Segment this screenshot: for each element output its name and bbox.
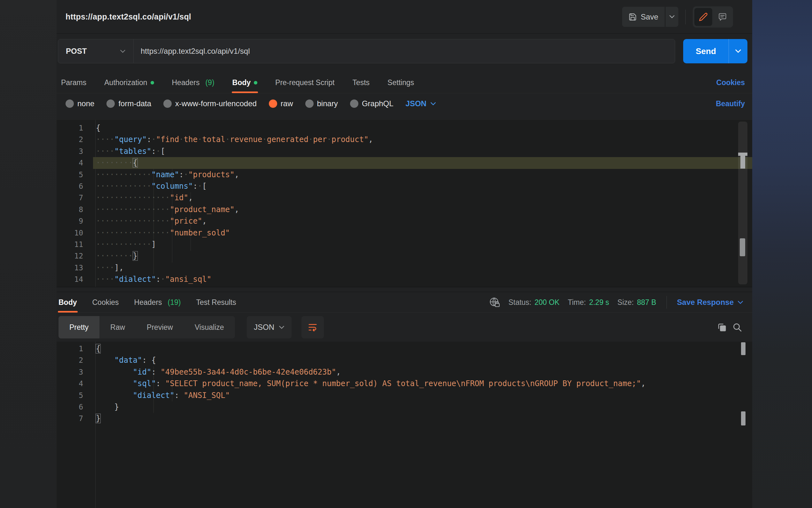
radio-label: form-data: [118, 99, 151, 108]
tab-settings[interactable]: Settings: [387, 72, 414, 93]
wallpaper-right: [752, 0, 812, 508]
chevron-down-icon: [735, 49, 742, 53]
pencil-icon: [699, 12, 708, 22]
response-language-dropdown[interactable]: JSON: [247, 316, 292, 338]
titlebar-actions: Save: [622, 0, 733, 34]
search-response-button[interactable]: [730, 321, 744, 334]
body-type-radio-raw[interactable]: raw: [269, 99, 293, 108]
body-type-radio-none[interactable]: none: [65, 99, 94, 108]
request-code-lines: 1{2····"query":·"find·the·total·revenue·…: [57, 122, 752, 285]
code-line: 11············]: [57, 239, 752, 250]
request-body-editor[interactable]: 1{2····"query":·"find·the·total·revenue·…: [57, 120, 752, 287]
code-line: 8················"product_name",: [57, 204, 752, 215]
tab-label: Headers: [172, 78, 200, 87]
body-type-radio-form-data[interactable]: form-data: [106, 99, 151, 108]
comments-button[interactable]: [714, 8, 731, 26]
code-line: 1{: [57, 122, 752, 134]
cookies-link[interactable]: Cookies: [716, 78, 745, 87]
comment-icon: [718, 12, 727, 22]
request-language-dropdown[interactable]: JSON: [406, 99, 436, 108]
chevron-down-icon: [430, 102, 436, 105]
line-number: 14: [57, 273, 83, 285]
api-client-window: https://app.text2sql.co/api/v1/sql Save: [57, 0, 752, 508]
view-tab-preview[interactable]: Preview: [136, 316, 184, 338]
size-label: Size:: [617, 298, 634, 307]
code-line: 4········{: [57, 157, 752, 169]
radio-label: none: [77, 99, 94, 108]
method-dropdown[interactable]: POST: [58, 39, 134, 63]
line-number: 6: [57, 180, 83, 192]
radio-label: GraphQL: [362, 99, 393, 108]
line-number: 3: [57, 145, 83, 157]
radio-dot-icon: [269, 99, 277, 108]
tab-label: Params: [61, 78, 86, 87]
send-button[interactable]: Send: [683, 39, 729, 64]
radio-dot-icon: [65, 99, 74, 108]
tab-label: Tests: [352, 78, 370, 87]
url-input[interactable]: https://app.text2sql.co/api/v1/sql: [134, 39, 675, 63]
line-number: 1: [57, 122, 83, 134]
tab-pre-request-script[interactable]: Pre-request Script: [275, 72, 334, 93]
beautify-link[interactable]: Beautify: [716, 99, 745, 108]
line-number: 5: [57, 169, 83, 180]
network-secure-icon[interactable]: [489, 297, 500, 308]
code-line: 3····"tables":·[: [57, 145, 752, 157]
code-line: 9················"price",: [57, 215, 752, 227]
status-value: 200 OK: [534, 298, 560, 307]
body-type-radio-binary[interactable]: binary: [305, 99, 338, 108]
save-response-label: Save Response: [677, 298, 734, 307]
response-body-viewer[interactable]: 1{2 "data": {3 "id": "49bee55b-3a44-4d0c…: [57, 342, 752, 508]
response-tab-test-results[interactable]: Test Results: [196, 292, 236, 312]
radio-label: raw: [281, 99, 293, 108]
radio-label: binary: [317, 99, 338, 108]
save-button[interactable]: Save: [622, 7, 665, 27]
tab-label: Pre-request Script: [275, 78, 334, 87]
request-titlebar: https://app.text2sql.co/api/v1/sql Save: [57, 0, 752, 34]
wrap-lines-button[interactable]: [301, 316, 324, 338]
response-header: Body Cookies Headers (19) Test Results: [57, 292, 752, 313]
body-type-radio-x-www-form-urlencoded[interactable]: x-www-form-urlencoded: [163, 99, 257, 108]
save-options-caret[interactable]: [666, 7, 678, 27]
code-line: 12········}: [57, 250, 752, 262]
tab-headers[interactable]: Headers (9): [172, 72, 214, 93]
titlebar-divider: [685, 10, 686, 24]
code-line: 10················"number_sold": [57, 227, 752, 239]
response-tab-headers[interactable]: Headers (19): [134, 292, 181, 312]
scrollbar-thumb[interactable]: [740, 238, 745, 256]
tab-params[interactable]: Params: [61, 72, 86, 93]
edit-mode-button[interactable]: [695, 8, 712, 26]
response-tab-body[interactable]: Body: [58, 292, 77, 312]
view-tab-pretty[interactable]: Pretty: [58, 316, 99, 338]
tab-body[interactable]: Body: [232, 72, 258, 93]
tab-label: Cookies: [92, 298, 119, 307]
language-label: JSON: [254, 323, 274, 332]
url-box: POST https://app.text2sql.co/api/v1/sql: [58, 39, 675, 64]
response-tab-cookies[interactable]: Cookies: [92, 292, 119, 312]
tab-label: Settings: [387, 78, 414, 87]
response-code-lines: 1{2 "data": {3 "id": "49bee55b-3a44-4d0c…: [57, 343, 752, 424]
copy-response-button[interactable]: [715, 321, 728, 334]
size-value: 887 B: [637, 298, 656, 307]
view-tab-raw[interactable]: Raw: [99, 316, 136, 338]
chevron-down-icon: [737, 301, 743, 304]
request-tabs: Params Authorization Headers (9) Body Pr…: [57, 72, 752, 93]
tab-label: Body: [58, 298, 77, 307]
edit-comment-toggle: [693, 6, 733, 28]
tab-label: Headers: [134, 298, 162, 307]
send-options-caret[interactable]: [729, 39, 748, 64]
line-number: 2: [57, 354, 83, 366]
save-icon: [628, 13, 637, 21]
request-editor-scrollbar[interactable]: [738, 122, 748, 284]
desktop: https://app.text2sql.co/api/v1/sql Save: [0, 0, 812, 508]
line-number: 5: [57, 390, 83, 401]
radio-dot-icon: [106, 99, 115, 108]
line-number: 10: [57, 227, 83, 239]
line-number: 4: [57, 378, 83, 389]
tab-authorization[interactable]: Authorization: [104, 72, 154, 93]
body-type-radio-GraphQL[interactable]: GraphQL: [350, 99, 393, 108]
code-line: 5 "dialect": "ANSI_SQL": [57, 390, 752, 401]
save-response-button[interactable]: Save Response: [677, 298, 743, 307]
line-number: 11: [57, 239, 83, 250]
tab-tests[interactable]: Tests: [352, 72, 370, 93]
view-tab-visualize[interactable]: Visualize: [184, 316, 235, 338]
